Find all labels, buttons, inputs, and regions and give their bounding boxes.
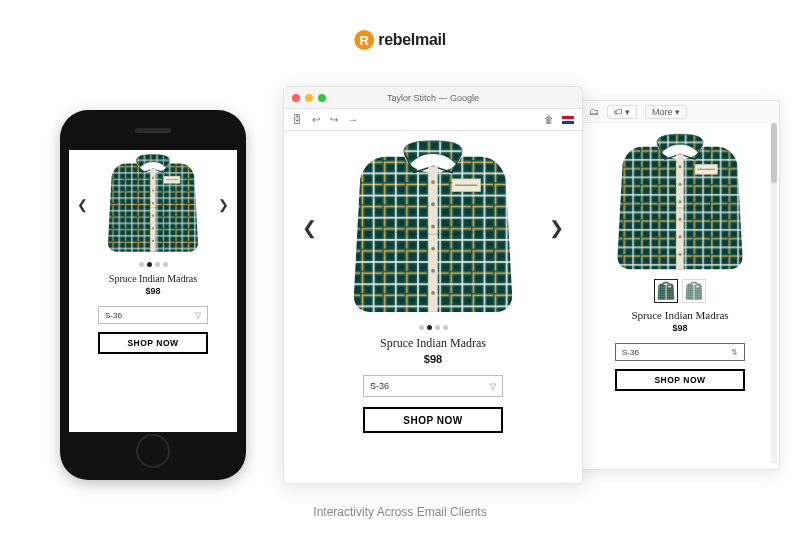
archive-icon[interactable]: 🗄 [292, 114, 302, 125]
brand-logo-text: rebelmail [378, 31, 446, 49]
window-toolbar: 🗄 ↩︎ ↪︎ → 🗑 [284, 109, 582, 131]
shop-now-button[interactable]: SHOP NOW [363, 407, 503, 433]
prev-arrow-icon[interactable]: ❮ [296, 211, 323, 245]
phone-mockup: ❮ ❯ Spruce Indian Madras $98 S-36 ▽ SHOP… [60, 110, 246, 480]
product-price: $98 [145, 286, 160, 296]
shop-now-button[interactable]: SHOP NOW [615, 369, 745, 391]
product-card-mobile: ❮ ❯ Spruce Indian Madras $98 S-36 ▽ SHOP… [69, 150, 237, 432]
tag-dropdown[interactable]: 🏷 ▾ [607, 105, 637, 119]
phone-screen: ❮ ❯ Spruce Indian Madras $98 S-36 ▽ SHOP… [69, 150, 237, 432]
next-arrow-icon[interactable]: ❯ [214, 193, 233, 216]
size-select-value: S-36 [622, 348, 639, 357]
size-select-value: S-36 [370, 381, 389, 391]
thumbnail-alt[interactable] [682, 279, 706, 303]
close-icon[interactable] [292, 94, 300, 102]
minimize-icon[interactable] [305, 94, 313, 102]
product-name: Spruce Indian Madras [380, 336, 486, 351]
product-image [99, 152, 207, 256]
shop-now-button[interactable]: SHOP NOW [98, 332, 208, 354]
size-select-value: S-36 [105, 311, 122, 320]
brand-logo-mark: R [354, 30, 374, 50]
size-select[interactable]: S-36 ▽ [363, 375, 503, 397]
product-card-alt: Spruce Indian Madras $98 S-36 ⇅ SHOP NOW [587, 129, 773, 463]
product-image [338, 137, 528, 319]
chevron-down-icon: ▽ [195, 311, 201, 320]
forward-icon[interactable]: → [348, 114, 358, 125]
next-arrow-icon[interactable]: ❯ [543, 211, 570, 245]
product-image [605, 131, 755, 275]
carousel-dots[interactable] [419, 325, 448, 330]
product-name: Spruce Indian Madras [109, 273, 197, 284]
mac-mail-window: Taylor Stitch — Google 🗄 ↩︎ ↪︎ → 🗑 ❮ ❯ S… [283, 86, 583, 484]
window-title: Taylor Stitch — Google [387, 93, 479, 103]
brand-logo: R rebelmail [354, 30, 446, 50]
size-select[interactable]: S-36 ▽ [98, 306, 208, 324]
carousel-dots[interactable] [139, 262, 168, 267]
prev-arrow-icon[interactable]: ❮ [73, 193, 92, 216]
product-price: $98 [672, 323, 687, 333]
thumbnail-selected[interactable] [654, 279, 678, 303]
traffic-lights[interactable] [292, 94, 326, 102]
alt-window-body: Spruce Indian Madras $98 S-36 ⇅ SHOP NOW [581, 123, 779, 469]
scrollbar[interactable] [771, 123, 777, 463]
stepper-icon: ⇅ [731, 348, 738, 357]
product-name: Spruce Indian Madras [631, 309, 728, 321]
figure-caption: Interactivity Across Email Clients [313, 505, 486, 519]
folder-icon[interactable]: 🗂 [589, 106, 599, 117]
reply-all-icon[interactable]: ↪︎ [330, 114, 338, 125]
size-select[interactable]: S-36 ⇅ [615, 343, 745, 361]
reply-icon[interactable]: ↩︎ [312, 114, 320, 125]
more-dropdown[interactable]: More ▾ [645, 105, 687, 119]
chevron-down-icon: ▽ [490, 382, 496, 391]
window-titlebar: Taylor Stitch — Google [284, 87, 582, 109]
product-price: $98 [424, 353, 442, 365]
product-thumbnails [654, 279, 706, 303]
maximize-icon[interactable] [318, 94, 326, 102]
window-body: ❮ ❯ Spruce Indian Madras $98 S-36 ▽ SHOP… [284, 131, 582, 483]
alt-mail-window: 🗂 🏷 ▾ More ▾ Spruce Indian Madras $98 [580, 100, 780, 470]
trash-icon[interactable]: 🗑 [544, 114, 554, 125]
product-card-desktop: ❮ ❯ Spruce Indian Madras $98 S-36 ▽ SHOP… [284, 131, 582, 483]
alt-toolbar: 🗂 🏷 ▾ More ▾ [581, 101, 779, 123]
flag-icon[interactable] [562, 116, 574, 124]
